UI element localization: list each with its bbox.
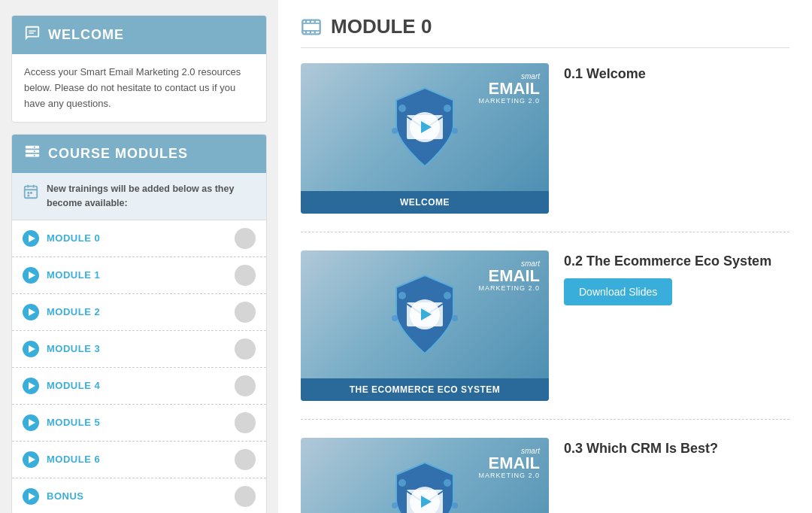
module4-label: MODULE 4 [47, 380, 100, 391]
chat-icon [24, 25, 41, 45]
svg-rect-2 [26, 154, 39, 157]
lesson-02-footer: THE ECOMMERCE ECO SYSTEM [301, 378, 549, 401]
film-icon [301, 17, 322, 38]
svg-rect-10 [27, 192, 29, 194]
module2-label: MODULE 2 [47, 306, 100, 317]
play-icon-module4 [23, 378, 39, 394]
thumbnail-play-01[interactable] [410, 112, 440, 142]
modules-title: COURSE MODULES [48, 146, 188, 162]
module1-label: MODULE 1 [47, 269, 100, 281]
lesson-thumbnail-01[interactable]: @ smart EMAIL MARKETING 2.0 WELCOME [301, 63, 549, 214]
modules-header: COURSE MODULES [12, 135, 266, 173]
module5-circle [235, 412, 256, 433]
svg-rect-17 [310, 20, 311, 23]
svg-point-31 [444, 292, 451, 299]
sidebar-item-bonus[interactable]: BONUS [12, 478, 266, 513]
welcome-body: Access your Smart Email Marketing 2.0 re… [12, 54, 266, 122]
play-icon-module0 [23, 230, 39, 247]
svg-rect-11 [30, 192, 32, 194]
modules-icon [24, 144, 41, 164]
svg-rect-5 [34, 155, 35, 156]
svg-rect-0 [26, 146, 39, 149]
svg-rect-20 [310, 30, 311, 33]
svg-rect-14 [302, 23, 320, 24]
module2-circle [235, 302, 256, 323]
module-section-header: MODULE 0 [301, 15, 789, 48]
main-content: MODULE 0 @ [278, 0, 812, 513]
lesson-01-footer: WELCOME [301, 191, 549, 214]
welcome-title: WELCOME [48, 27, 124, 43]
calendar-icon [23, 184, 39, 206]
svg-point-25 [444, 105, 451, 112]
sidebar-item-module5[interactable]: MODULE 5 [12, 405, 266, 442]
welcome-header: WELCOME [12, 16, 266, 54]
lesson-thumbnail-03[interactable]: @ smart EMAIL MARKETING 2.0 WHICH CRM IS… [301, 438, 549, 513]
svg-rect-3 [34, 147, 35, 148]
bonus-label: BONUS [47, 490, 83, 502]
modules-notice-text: New trainings will be added below as the… [47, 182, 256, 211]
module3-circle [235, 338, 256, 360]
svg-rect-12 [27, 195, 29, 197]
svg-rect-19 [305, 30, 307, 33]
module4-circle [235, 375, 256, 396]
module0-circle [235, 228, 256, 249]
svg-point-37 [444, 479, 451, 487]
svg-point-38 [392, 502, 398, 508]
svg-point-26 [392, 128, 398, 134]
module3-label: MODULE 3 [47, 343, 100, 354]
sidebar-item-module2[interactable]: MODULE 2 [12, 294, 266, 331]
lesson-03-info: 0.3 Which CRM Is Best? [564, 438, 789, 457]
svg-point-30 [398, 292, 406, 299]
module5-label: MODULE 5 [47, 417, 100, 428]
play-icon-bonus [23, 488, 39, 505]
lesson-item-03: @ smart EMAIL MARKETING 2.0 WHICH CRM IS… [301, 438, 789, 513]
svg-point-39 [452, 502, 458, 508]
play-icon-module6 [23, 451, 39, 468]
modules-box: COURSE MODULES New trainings will be add… [11, 134, 267, 513]
welcome-text: Access your Smart Email Marketing 2.0 re… [24, 66, 241, 109]
svg-point-32 [392, 315, 398, 321]
svg-rect-21 [314, 30, 316, 33]
download-slides-button[interactable]: Download Slides [564, 278, 672, 305]
lesson-item-01: @ smart EMAIL MARKETING 2.0 WELCOME 0.1 … [301, 63, 789, 232]
thumbnail-play-03[interactable] [410, 487, 440, 513]
lesson-02-info: 0.2 The Ecommerce Eco System Download Sl… [564, 250, 789, 305]
module6-label: MODULE 6 [47, 454, 100, 465]
play-icon-module3 [23, 341, 39, 357]
module1-circle [235, 265, 256, 286]
module6-circle [235, 449, 256, 470]
play-icon-module2 [23, 304, 39, 320]
svg-point-36 [398, 479, 406, 487]
sidebar-item-module6[interactable]: MODULE 6 [12, 442, 266, 478]
lesson-02-title: 0.2 The Ecommerce Eco System [564, 253, 789, 269]
sidebar: WELCOME Access your Smart Email Marketin… [0, 0, 278, 513]
svg-point-33 [452, 315, 458, 321]
thumbnail-play-02[interactable] [410, 299, 440, 329]
svg-point-24 [398, 105, 406, 112]
svg-rect-4 [34, 151, 35, 153]
svg-rect-18 [314, 20, 316, 23]
lesson-01-info: 0.1 Welcome [564, 63, 789, 82]
modules-notice: New trainings will be added below as the… [12, 173, 266, 220]
svg-point-27 [452, 128, 458, 134]
lesson-thumbnail-02[interactable]: @ smart EMAIL MARKETING 2.0 THE ECOMMERC… [301, 250, 549, 401]
bonus-circle [235, 486, 256, 507]
module0-label: MODULE 0 [47, 232, 100, 244]
sidebar-item-module0[interactable]: MODULE 0 [12, 220, 266, 257]
sidebar-item-module1[interactable]: MODULE 1 [12, 257, 266, 294]
welcome-box: WELCOME Access your Smart Email Marketin… [11, 15, 267, 123]
play-icon-module1 [23, 267, 39, 284]
sidebar-item-module3[interactable]: MODULE 3 [12, 331, 266, 368]
sidebar-item-module4[interactable]: MODULE 4 [12, 368, 266, 405]
module-list: MODULE 0 MODULE 1 MODULE 2 [12, 220, 266, 513]
lesson-01-title: 0.1 Welcome [564, 66, 789, 82]
play-icon-module5 [23, 414, 39, 431]
svg-rect-1 [26, 150, 39, 153]
module-section-title: MODULE 0 [331, 15, 432, 38]
lesson-03-title: 0.3 Which CRM Is Best? [564, 441, 789, 457]
svg-rect-16 [305, 20, 307, 23]
lesson-item-02: @ smart EMAIL MARKETING 2.0 THE ECOMMERC… [301, 250, 789, 420]
